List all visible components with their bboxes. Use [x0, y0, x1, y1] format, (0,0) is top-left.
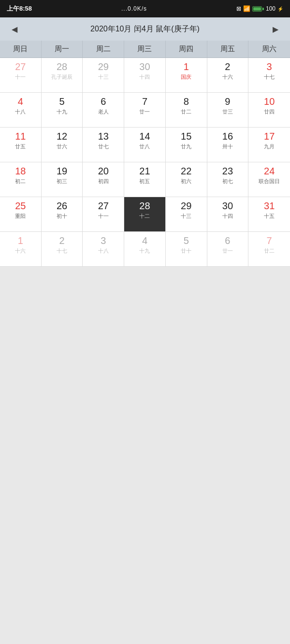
table-row[interactable]: 10廿四 [248, 93, 290, 128]
table-row[interactable]: 22初六 [166, 162, 207, 197]
table-row[interactable]: 1国庆 [166, 58, 207, 93]
weekday-cell-3: 周三 [124, 41, 166, 57]
day-number: 17 [264, 130, 275, 142]
table-row[interactable]: 17九月 [248, 128, 290, 162]
table-row[interactable]: 29十三 [83, 58, 124, 93]
status-bar: 上午8:58 ...0.0K/s ⊠ 📶 100 ⚡ [0, 0, 290, 17]
day-subtitle: 十七 [264, 73, 275, 80]
day-number: 13 [98, 130, 109, 142]
day-subtitle: 十八 [15, 108, 26, 115]
next-month-button[interactable]: ▶ [269, 23, 282, 36]
table-row[interactable]: 9廿三 [207, 93, 249, 128]
table-row[interactable]: 23初七 [207, 162, 249, 197]
day-subtitle: 十四 [222, 213, 233, 219]
status-network: ...0.0K/s [121, 5, 147, 12]
day-subtitle: 卅十 [222, 143, 233, 150]
day-subtitle: 廿三 [222, 108, 233, 115]
table-row[interactable]: 4十九 [124, 232, 166, 267]
table-row[interactable]: 8廿二 [166, 93, 207, 128]
day-number: 5 [59, 96, 65, 107]
day-number: 2 [225, 61, 230, 72]
table-row[interactable]: 26初十 [42, 197, 83, 232]
day-number: 12 [57, 130, 67, 142]
table-row[interactable]: 11廿五 [0, 128, 42, 162]
table-row[interactable]: 19初三 [42, 162, 83, 197]
calendar-title: 2020年10月 闰4月 鼠年(庚子年) [90, 24, 200, 34]
table-row[interactable]: 6廿一 [207, 232, 249, 267]
table-row[interactable]: 7廿二 [248, 232, 290, 267]
day-number: 7 [267, 235, 272, 246]
bolt-icon: ⚡ [277, 6, 283, 12]
day-number: 6 [101, 96, 106, 107]
prev-month-button[interactable]: ◀ [8, 23, 21, 36]
table-row[interactable]: 20初四 [83, 162, 124, 197]
day-number: 31 [264, 200, 275, 212]
table-row[interactable]: 1十六 [0, 232, 42, 267]
sim-icon: ⊠ [236, 5, 241, 12]
day-number: 30 [222, 200, 233, 212]
day-subtitle: 十六 [222, 73, 233, 80]
table-row[interactable]: 21初五 [124, 162, 166, 197]
table-row[interactable]: 5廿十 [166, 232, 207, 267]
day-subtitle: 联合国日 [259, 178, 280, 185]
battery-icon [252, 6, 264, 12]
day-subtitle: 初四 [98, 178, 109, 185]
weekday-cell-0: 周日 [0, 41, 42, 57]
table-row[interactable]: 6老人 [83, 93, 124, 128]
calendar-grid: 27十一28孔子诞辰29十三30十四1国庆2十六3十七4十八5十九6老人7廿一8… [0, 58, 290, 267]
day-subtitle: 十六 [15, 247, 26, 254]
table-row[interactable]: 24联合国日 [248, 162, 290, 197]
day-subtitle: 初七 [222, 178, 233, 185]
day-subtitle: 廿九 [181, 143, 191, 150]
day-number: 3 [267, 61, 272, 72]
day-number: 27 [98, 200, 109, 212]
day-number: 8 [184, 96, 189, 107]
day-number: 29 [181, 200, 191, 212]
table-row[interactable]: 31十五 [248, 197, 290, 232]
table-row[interactable]: 7廿一 [124, 93, 166, 128]
day-number: 15 [181, 130, 191, 142]
table-row[interactable]: 2十七 [42, 232, 83, 267]
day-number: 23 [222, 165, 233, 177]
day-subtitle: 初五 [139, 178, 150, 185]
table-row[interactable]: 18初二 [0, 162, 42, 197]
table-row[interactable]: 4十八 [0, 93, 42, 128]
table-row[interactable]: 14廿八 [124, 128, 166, 162]
day-number: 27 [15, 61, 26, 72]
day-subtitle: 十二 [139, 213, 150, 219]
table-row[interactable]: 2十六 [207, 58, 249, 93]
table-row[interactable]: 13廿七 [83, 128, 124, 162]
table-row[interactable]: 27十一 [0, 58, 42, 93]
day-number: 5 [184, 235, 189, 246]
table-row[interactable]: 15廿九 [166, 128, 207, 162]
day-subtitle: 国庆 [181, 73, 191, 80]
weekday-header: 周日周一周二周三周四周五周六 [0, 41, 290, 58]
table-row[interactable]: 28十二 [124, 197, 166, 232]
table-row[interactable]: 16卅十 [207, 128, 249, 162]
day-number: 1 [18, 235, 23, 246]
day-number: 25 [15, 200, 26, 212]
table-row[interactable]: 3十七 [248, 58, 290, 93]
day-subtitle: 廿八 [139, 143, 150, 150]
table-row[interactable]: 30十四 [207, 197, 249, 232]
day-subtitle: 十三 [98, 73, 109, 80]
day-subtitle: 九月 [264, 143, 275, 150]
day-subtitle: 廿二 [264, 247, 275, 254]
table-row[interactable]: 30十四 [124, 58, 166, 93]
day-number: 19 [57, 165, 67, 177]
day-number: 18 [15, 165, 26, 177]
table-row[interactable]: 3十八 [83, 232, 124, 267]
table-row[interactable]: 27十一 [83, 197, 124, 232]
day-subtitle: 初六 [181, 178, 191, 185]
day-number: 2 [59, 235, 65, 246]
table-row[interactable]: 5十九 [42, 93, 83, 128]
day-subtitle: 廿六 [57, 143, 67, 150]
table-row[interactable]: 25重阳 [0, 197, 42, 232]
table-row[interactable]: 12廿六 [42, 128, 83, 162]
day-number: 30 [139, 61, 150, 72]
day-number: 28 [139, 200, 150, 212]
day-number: 4 [142, 235, 147, 246]
day-subtitle: 廿十 [181, 247, 191, 254]
table-row[interactable]: 28孔子诞辰 [42, 58, 83, 93]
table-row[interactable]: 29十三 [166, 197, 207, 232]
